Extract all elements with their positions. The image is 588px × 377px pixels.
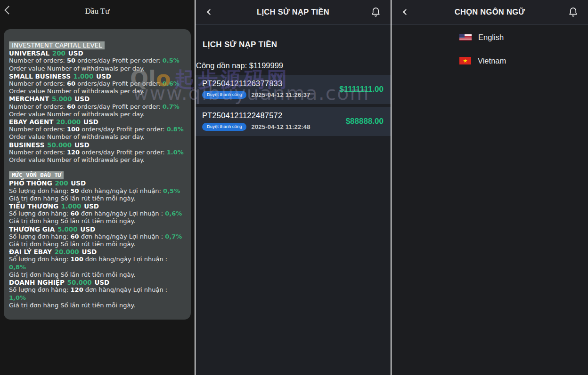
investment-tier: TIỂU THƯƠNG 1.000 USD Số lượng đơn hàng:…: [9, 202, 186, 225]
investment-tier: MERCHANT 5.000 USD Number of orders: 60 …: [9, 95, 186, 118]
flag-icon: [459, 34, 472, 40]
deposit-row-info: PT2504121122487572 Duyệt thành công 2025…: [202, 111, 310, 136]
language-list: English Vietnam: [392, 24, 588, 67]
investment-tier: UNIVERSAL 200 USD Number of orders: 50 o…: [9, 49, 186, 72]
panel-deposit-history: LỊCH SỬ NẠP TIỀN LỊCH SỬ NẠP TIỀN Cộng d…: [196, 0, 391, 375]
investment-header: Đầu Tư: [0, 0, 195, 23]
investment-info-card: INVESTMENT CAPITAL LEVEL UNIVERSAL 200 U…: [4, 29, 191, 320]
language-header: CHỌN NGÔN NGỮ: [392, 0, 588, 24]
tier-withdrawal-line: Giá trị đơn hàng Số lần rút tiền mỗi ngà…: [9, 302, 186, 309]
deposit-header: LỊCH SỬ NẠP TIỀN: [196, 0, 391, 24]
back-icon[interactable]: [4, 6, 13, 14]
deposit-datetime: 2025-04-12 11:26:37: [251, 91, 310, 98]
deposit-datetime: 2025-04-12 11:22:48: [251, 123, 310, 130]
language-option[interactable]: Vietnam: [459, 55, 588, 67]
deposit-row[interactable]: PT2504121126377833 Duyệt thành công 2025…: [196, 75, 391, 104]
tier-orders-line: Số lượng đơn hàng: 50 đơn hàng/ngày Lợi …: [9, 187, 186, 195]
panel-investment: Đầu Tư INVESTMENT CAPITAL LEVEL UNIVERSA…: [0, 0, 195, 375]
section-heading-vn: MỨC VỐN ĐẦU TƯ: [9, 171, 186, 179]
tier-withdrawal-line: Giá trị đơn hàng Số lần rút tiền mỗi ngà…: [9, 195, 186, 202]
deposit-amount: $1111111.00: [339, 85, 384, 94]
tier-orders-line: Number of orders: 60 orders/day Profit p…: [9, 80, 186, 88]
tier-orders-line: Number of orders: 50 orders/day Profit p…: [9, 57, 186, 64]
language-option[interactable]: English: [459, 31, 588, 43]
back-icon[interactable]: [403, 9, 409, 15]
tier-name-line: SMALL BUSINESS 1.000 USD: [9, 72, 186, 80]
tier-name-line: DOANH NGHIỆP 50.000 USD: [9, 279, 186, 286]
investment-tier: ĐẠI LÝ EBAY 20.000 USD Số lượng đơn hàng…: [9, 248, 186, 279]
cumulative-deposit-total: Cộng dồn nạp: $1199999: [196, 61, 391, 70]
tier-orders-line: Number of orders: 60 orders/day Profit p…: [9, 103, 186, 111]
back-icon[interactable]: [207, 9, 213, 15]
screenshot-stage: Đầu Tư INVESTMENT CAPITAL LEVEL UNIVERSA…: [0, 0, 588, 377]
tier-list-vn: PHỔ THÔNG 200 USD Số lượng đơn hàng: 50 …: [9, 179, 186, 309]
tier-withdrawal-line: Order value Number of withdrawals per da…: [9, 88, 186, 95]
investment-tier: DOANH NGHIỆP 50.000 USD Số lượng đơn hàn…: [9, 279, 186, 309]
flag-icon: [459, 57, 471, 64]
tier-name-line: PHỔ THÔNG 200 USD: [9, 179, 186, 187]
investment-tier: BUSINESS 50.000 USD Number of orders: 12…: [9, 141, 186, 164]
tier-name-line: BUSINESS 50.000 USD: [9, 141, 186, 149]
deposit-meta: Duyệt thành công 2025-04-12 11:22:48: [202, 123, 310, 131]
tier-orders-line: Số lượng đơn hàng: 100 đơn hàng/ngày Lợi…: [9, 256, 186, 271]
language-label: Vietnam: [478, 56, 506, 65]
tier-name-line: ĐẠI LÝ EBAY 20.000 USD: [9, 248, 186, 256]
deposit-row-info: PT2504121126377833 Duyệt thành công 2025…: [202, 79, 310, 104]
section-title: LỊCH SỬ NẠP TIỀN: [203, 40, 391, 49]
panel-language-select: CHỌN NGÔN NGỮ English Vietnam: [392, 0, 588, 375]
deposit-id: PT2504121126377833: [202, 79, 310, 88]
tier-name-line: UNIVERSAL 200 USD: [9, 49, 186, 57]
deposit-meta: Duyệt thành công 2025-04-12 11:26:37: [202, 91, 310, 99]
tier-name-line: TIỂU THƯƠNG 1.000 USD: [9, 202, 186, 210]
section-gap: [9, 164, 186, 171]
investment-tier: EBAY AGENT 20.000 USD Number of orders: …: [9, 118, 186, 141]
page-title: Đầu Tư: [85, 7, 110, 16]
tier-list-en: UNIVERSAL 200 USD Number of orders: 50 o…: [9, 49, 186, 164]
tier-withdrawal-line: Giá trị đơn hàng Số lần rút tiền mỗi ngà…: [9, 217, 186, 225]
tier-withdrawal-line: Order value Number of withdrawals per da…: [9, 65, 186, 72]
investment-tier: THƯƠNG GIA 5.000 USD Số lượng đơn hàng: …: [9, 225, 186, 249]
tier-name-line: EBAY AGENT 20.000 USD: [9, 118, 186, 126]
tier-name-line: MERCHANT 5.000 USD: [9, 95, 186, 103]
tier-orders-line: Số lượng đơn hàng: 60 đơn hàng/ngày Lợi …: [9, 210, 186, 217]
section-heading-en: INVESTMENT CAPITAL LEVEL: [9, 41, 186, 49]
page-title: CHỌN NGÔN NGỮ: [455, 8, 525, 16]
tier-withdrawal-line: Order value Number of withdrawals per da…: [9, 156, 186, 164]
language-label: English: [478, 33, 504, 42]
tier-orders-line: Number of orders: 100 orders/day Profit …: [9, 126, 186, 133]
notification-bell-icon[interactable]: [370, 7, 381, 17]
page-title: LỊCH SỬ NẠP TIỀN: [257, 8, 329, 16]
deposit-list: PT2504121126377833 Duyệt thành công 2025…: [196, 75, 391, 136]
investment-tier: SMALL BUSINESS 1.000 USD Number of order…: [9, 72, 186, 96]
investment-tier: PHỔ THÔNG 200 USD Số lượng đơn hàng: 50 …: [9, 179, 186, 202]
deposit-row[interactable]: PT2504121122487572 Duyệt thành công 2025…: [196, 107, 391, 136]
tier-orders-line: Number of orders: 120 orders/day Profit …: [9, 149, 186, 156]
tier-orders-line: Số lượng đơn hàng: 120 đơn hàng/ngày Lợi…: [9, 286, 186, 301]
tier-withdrawal-line: Order value Number of withdrawals per da…: [9, 111, 186, 118]
heading-highlight: INVESTMENT CAPITAL LEVEL: [9, 41, 105, 49]
tier-withdrawal-line: Giá trị đơn hàng Số lần rút tiền mỗi ngà…: [9, 241, 186, 248]
heading-highlight: MỨC VỐN ĐẦU TƯ: [9, 171, 64, 179]
tier-withdrawal-line: Order value Number of withdrawals per da…: [9, 133, 186, 141]
status-badge: Duyệt thành công: [202, 123, 246, 131]
notification-bell-icon[interactable]: [568, 7, 579, 17]
tier-name-line: THƯƠNG GIA 5.000 USD: [9, 225, 186, 233]
status-badge: Duyệt thành công: [202, 91, 246, 99]
deposit-amount: $88888.00: [346, 117, 384, 126]
tier-orders-line: Số lượng đơn hàng: 60 đơn hàng/ngày Lợi …: [9, 233, 186, 241]
deposit-id: PT2504121122487572: [202, 111, 310, 120]
tier-withdrawal-line: Giá trị đơn hàng Số lần rút tiền mỗi ngà…: [9, 271, 186, 279]
